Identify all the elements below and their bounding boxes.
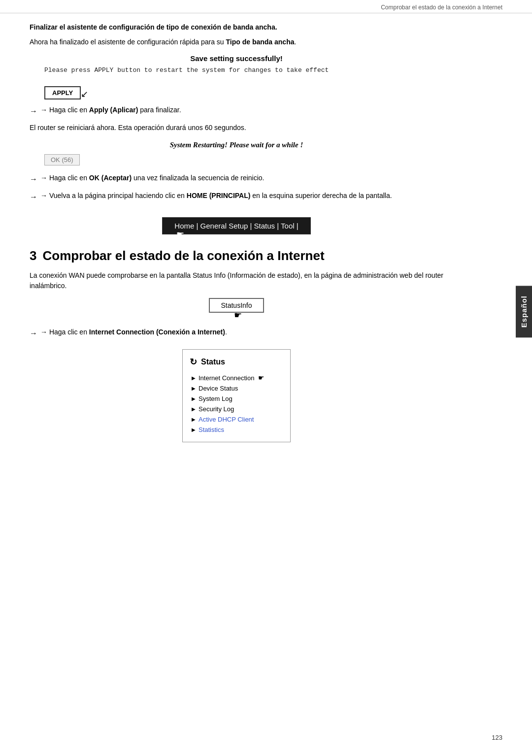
status-menu-list: ▶ Internet Connection ☛ ▶ Device Status … bbox=[183, 370, 290, 437]
arrow-point-3: → → Vuelva a la página principal haciend… bbox=[30, 190, 443, 203]
menu-item-statistics[interactable]: ▶ Statistics bbox=[183, 425, 290, 435]
para1-prefix: Ahora ha finalizado el asistente de conf… bbox=[30, 38, 226, 46]
menu-item-label-6: Statistics bbox=[199, 426, 224, 433]
menu-item-internet-connection[interactable]: ▶ Internet Connection ☛ bbox=[183, 372, 290, 383]
section3-para: La conexión WAN puede comprobarse en la … bbox=[30, 270, 443, 291]
status-cursor-icon: ☛ bbox=[234, 310, 242, 321]
status-refresh-icon: ↻ bbox=[190, 357, 197, 367]
section3-title: Comprobar el estado de la conexión a Int… bbox=[42, 248, 324, 263]
arrow-point-2: → → Haga clic en OK (Aceptar) una vez fi… bbox=[30, 172, 443, 186]
tri-icon-2: ▶ bbox=[192, 386, 196, 391]
menu-item-label-4: Security Log bbox=[199, 405, 234, 413]
status-menu: ↻ Status ▶ Internet Connection ☛ ▶ Devic… bbox=[182, 349, 291, 442]
para1-bold: Tipo de banda ancha bbox=[226, 38, 294, 46]
arrow-symbol-1: → bbox=[30, 105, 37, 118]
menu-cursor-icon: ☛ bbox=[258, 374, 265, 382]
arrow4-text: → Haga clic en Internet Connection (Cone… bbox=[40, 327, 227, 337]
arrow-symbol-4: → bbox=[30, 327, 37, 340]
cursor-icon: ↙ bbox=[81, 89, 88, 99]
system-restarting-text: System Restarting! Please wait for a whi… bbox=[30, 141, 443, 149]
status-btn-area: StatusInfo ☛ bbox=[30, 298, 443, 313]
menu-item-label-1: Internet Connection bbox=[199, 374, 254, 382]
status-menu-wrap: ↻ Status ▶ Internet Connection ☛ ▶ Devic… bbox=[30, 349, 443, 442]
save-success-text: Save setting successfully! bbox=[30, 54, 443, 63]
tri-icon-6: ▶ bbox=[192, 427, 196, 432]
section2-para2: El router se reiniciará ahora. Esta oper… bbox=[30, 123, 443, 133]
menu-item-system-log[interactable]: ▶ System Log bbox=[183, 394, 290, 404]
page-number: 123 bbox=[492, 734, 502, 741]
ok-button[interactable]: OK (56) bbox=[44, 154, 80, 165]
arrow1-text: → Haga clic en Apply (Aplicar) para fina… bbox=[40, 104, 181, 115]
section3-num: 3 bbox=[30, 248, 36, 263]
menu-item-security-log[interactable]: ▶ Security Log bbox=[183, 404, 290, 414]
menu-item-active-dhcp[interactable]: ▶ Active DHCP Client bbox=[183, 414, 290, 425]
language-tab: Español bbox=[516, 286, 532, 337]
breadcrumb: Comprobar el estado de la conexión a Int… bbox=[0, 0, 532, 13]
arrow-point-4: → → Haga clic en Internet Connection (Co… bbox=[30, 327, 443, 340]
menu-item-label-2: Device Status bbox=[199, 385, 238, 392]
apply-button[interactable]: APPLY bbox=[44, 86, 81, 99]
status-menu-heading: Status bbox=[201, 358, 225, 366]
section3-heading: 3 Comprobar el estado de la conexión a I… bbox=[30, 248, 443, 263]
menu-item-device-status[interactable]: ▶ Device Status bbox=[183, 383, 290, 394]
tri-icon-1: ▶ bbox=[192, 375, 196, 381]
menu-item-label-3: System Log bbox=[199, 395, 233, 402]
ok-btn-area: OK (56) bbox=[44, 154, 443, 165]
apply-notice-text: Please press APPLY button to restart the… bbox=[44, 66, 443, 74]
nav-bar-text: Home | General Setup | Status | Tool | bbox=[174, 222, 298, 230]
section2-para1: Ahora ha finalizado el asistente de conf… bbox=[30, 37, 443, 47]
menu-item-label-5: Active DHCP Client bbox=[199, 416, 254, 423]
tri-icon-3: ▶ bbox=[192, 396, 196, 401]
arrow2-text: → Haga clic en OK (Aceptar) una vez fina… bbox=[40, 172, 264, 183]
arrow3-text: → Vuelva a la página principal haciendo … bbox=[40, 190, 392, 201]
section2-title: Finalizar el asistente de configuración … bbox=[30, 23, 443, 31]
para1-suffix: . bbox=[294, 38, 296, 46]
arrow-point-1: → → Haga clic en Apply (Aplicar) para fi… bbox=[30, 104, 443, 118]
status-menu-title: ↻ Status bbox=[183, 355, 290, 370]
arrow-symbol-2: → bbox=[30, 173, 37, 186]
tri-icon-4: ▶ bbox=[192, 406, 196, 412]
tri-icon-5: ▶ bbox=[192, 417, 196, 422]
navbar-image-area: Home | General Setup | Status | Tool | ☛ bbox=[30, 217, 443, 234]
nav-bar: Home | General Setup | Status | Tool | ☛ bbox=[162, 217, 310, 234]
nav-cursor-icon: ☛ bbox=[176, 229, 184, 240]
apply-btn-area: APPLY ↙ bbox=[44, 82, 443, 99]
arrow-symbol-3: → bbox=[30, 191, 37, 203]
